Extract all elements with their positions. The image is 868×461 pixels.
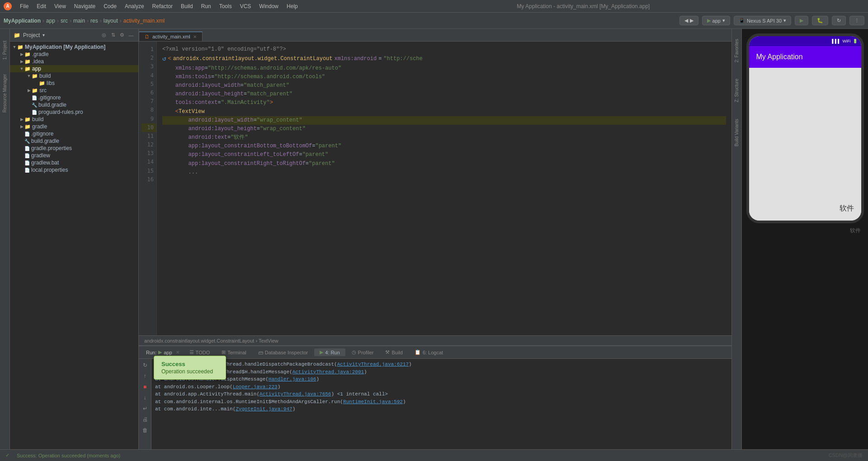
- local-properties-label: local.properties: [31, 167, 68, 173]
- build-variants-toggle[interactable]: Build Variants: [733, 116, 741, 149]
- menu-navigate[interactable]: Navigate: [71, 2, 99, 10]
- tree-idea[interactable]: ▶ 📁 .idea: [10, 58, 138, 65]
- terminal-label: Terminal: [227, 350, 246, 355]
- bottom-panel: Run: ▶ app ✕ ☰ TODO ⊞ Terminal 🗃 Databas…: [139, 345, 731, 449]
- sort-icon[interactable]: ⇅: [109, 32, 117, 39]
- menu-view[interactable]: View: [51, 2, 70, 10]
- panel-header-actions: ◎ ⇅ ⚙ —: [100, 32, 135, 39]
- menu-tools[interactable]: Tools: [216, 2, 236, 10]
- tree-build-gradle-app[interactable]: 🔧 build.gradle: [10, 101, 138, 108]
- tree-gradle[interactable]: ▶ 📁 .gradle: [10, 51, 138, 58]
- code-line-5: android:layout_width="match_parent": [162, 81, 726, 90]
- settings-icon[interactable]: ⚙: [118, 32, 126, 39]
- menu-build[interactable]: Build: [177, 2, 197, 10]
- phone-content: 软件: [749, 68, 861, 221]
- tab-terminal[interactable]: ⊞ Terminal: [216, 348, 252, 356]
- breadcrumb-constraint[interactable]: androidx.constraintlayout.widget.Constra…: [144, 338, 278, 343]
- breadcrumb-myapp[interactable]: MyApplication: [4, 18, 41, 24]
- gradlew-bat-label: gradlew.bat: [31, 160, 59, 166]
- todo-label: TODO: [196, 350, 210, 355]
- menu-refactor[interactable]: Refactor: [149, 2, 176, 10]
- console-content[interactable]: at android.app.ActivityThread.handleDisp…: [151, 359, 731, 449]
- tree-build-gradle-root[interactable]: 🔧 build.gradle: [10, 137, 138, 145]
- breadcrumb-main[interactable]: main: [73, 18, 85, 24]
- run-button[interactable]: ▶: [795, 16, 808, 25]
- back-forward-btn[interactable]: ◀ ▶: [679, 16, 698, 25]
- logcat-icon: 📋: [415, 349, 421, 355]
- wifi-icon: WiFi: [843, 39, 851, 43]
- minimize-icon[interactable]: —: [127, 32, 135, 39]
- tree-proguard[interactable]: 📄 proguard-rules.pro: [10, 108, 138, 116]
- menu-code[interactable]: Code: [100, 2, 120, 10]
- tree-gitignore-root[interactable]: 📄 .gitignore: [10, 130, 138, 137]
- project-panel-toggle[interactable]: 1: Project: [1, 38, 9, 62]
- device-icon: 📱: [739, 18, 745, 24]
- xml-file-icon: 🗋: [145, 34, 150, 39]
- tree-gradle-root[interactable]: ▶ 📁 gradle: [10, 123, 138, 130]
- scroll-up-btn[interactable]: ↑: [141, 372, 150, 381]
- tab-run[interactable]: ▶ 4: Run: [314, 348, 345, 356]
- tab-profiler[interactable]: ◷ Profiler: [346, 348, 379, 356]
- dropdown-icon2: ▾: [783, 18, 786, 24]
- tree-root[interactable]: ▼ 📁 MyApplication [My Application]: [10, 43, 138, 51]
- reload-button[interactable]: ↻: [832, 16, 846, 25]
- phone-device: ▌▌▌ WiFi 🔋 My Application 软件: [746, 33, 864, 223]
- run-label: Run: ▶ app ✕: [142, 348, 183, 356]
- console-line-6: at com.android.internal.os.RuntimeInit$M…: [155, 398, 728, 406]
- locate-icon[interactable]: ◎: [100, 32, 108, 39]
- status-check-icon: ✓: [5, 452, 9, 458]
- gradle-label: .gradle: [32, 51, 49, 57]
- breadcrumb-src[interactable]: src: [61, 18, 68, 24]
- phone-app-bar: My Application: [749, 46, 861, 68]
- tab-logcat[interactable]: 📋 6: Logcat: [409, 348, 448, 356]
- clear-btn[interactable]: 🗑: [141, 426, 150, 435]
- menu-analyze[interactable]: Analyze: [121, 2, 148, 10]
- resource-manager-toggle[interactable]: Resource Manager: [1, 71, 9, 115]
- more-actions[interactable]: ⋮: [849, 16, 864, 25]
- tab-todo[interactable]: ☰ TODO: [184, 348, 216, 356]
- menu-window[interactable]: Window: [255, 2, 282, 10]
- tree-app[interactable]: ▼ 📁 app: [10, 65, 138, 72]
- breadcrumb-res[interactable]: res: [90, 18, 98, 24]
- editor-tab-activity[interactable]: 🗋 activity_main.xml ✕: [139, 32, 203, 41]
- menu-edit[interactable]: Edit: [33, 2, 50, 10]
- breadcrumb-file[interactable]: activity_main.xml: [123, 18, 165, 24]
- battery-icon: 🔋: [853, 39, 858, 43]
- scroll-down-btn[interactable]: ↓: [141, 393, 150, 402]
- print-btn[interactable]: 🖨: [141, 415, 150, 424]
- build-tab-label: Build: [392, 350, 402, 355]
- tree-gradlew-bat[interactable]: 📄 gradlew.bat: [10, 159, 138, 166]
- menu-vcs[interactable]: VCS: [236, 2, 255, 10]
- stop-btn[interactable]: ■: [141, 382, 150, 391]
- breadcrumb-layout[interactable]: layout: [104, 18, 118, 24]
- tree-gradle-properties[interactable]: 📄 gradle.properties: [10, 145, 138, 152]
- menu-help[interactable]: Help: [283, 2, 302, 10]
- app-selector[interactable]: ▶ app ▾: [702, 16, 730, 25]
- console-actions: ↻ ↑ ■ ↓ ↵ 🖨 🗑: [139, 359, 151, 449]
- breadcrumb-app[interactable]: app: [46, 18, 55, 24]
- code-content[interactable]: <?xml version="1.0" encoding="utf-8"?> ↺…: [157, 42, 731, 335]
- soft-wrap-btn[interactable]: ↵: [141, 404, 150, 413]
- tree-build-app[interactable]: ▼ 📁 build: [10, 72, 138, 80]
- phone-app-title: My Application: [756, 53, 803, 61]
- proguard-label: proguard-rules.pro: [38, 109, 83, 115]
- tree-gitignore-app[interactable]: 📄 .gitignore: [10, 94, 138, 101]
- code-line-1: <?xml version="1.0" encoding="utf-8"?>: [162, 45, 726, 54]
- tree-local-properties[interactable]: 📄 local.properties: [10, 166, 138, 174]
- tree-gradlew[interactable]: 📄 gradlew: [10, 152, 138, 159]
- tree-build-root[interactable]: ▶ 📁 build: [10, 116, 138, 123]
- dropdown-arrow[interactable]: ▾: [42, 33, 45, 38]
- run-tab-close[interactable]: ✕: [176, 350, 179, 355]
- tab-close-icon[interactable]: ✕: [193, 34, 197, 39]
- restart-btn[interactable]: ↻: [141, 361, 150, 370]
- debug-button[interactable]: 🐛: [812, 16, 828, 25]
- tree-libs[interactable]: 📁 libs: [10, 80, 138, 87]
- tab-build[interactable]: ⚒ Build: [380, 348, 408, 356]
- tree-src[interactable]: ▶ 📁 src: [10, 87, 138, 94]
- tab-db-inspector[interactable]: 🗃 Database Inspector: [253, 349, 313, 356]
- menu-file[interactable]: File: [16, 2, 32, 10]
- menu-run[interactable]: Run: [198, 2, 215, 10]
- structure-toggle[interactable]: Z: Structure: [733, 76, 741, 105]
- favorites-toggle[interactable]: 2: Favorites: [733, 36, 741, 65]
- device-selector[interactable]: 📱 Nexus S API 30 ▾: [734, 16, 791, 25]
